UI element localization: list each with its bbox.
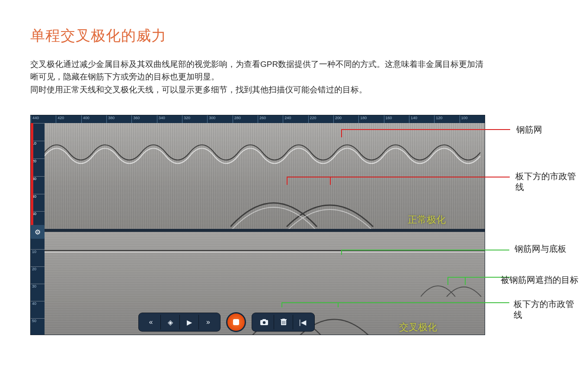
figure-area: 1020304050 1020304050 ⚙ <box>30 115 579 348</box>
skip-back-button[interactable]: |◀ <box>293 315 312 329</box>
center-button[interactable]: ◈ <box>160 315 179 329</box>
vertical-ruler-top: 1020304050 <box>31 123 45 229</box>
ruler-tick: 40 <box>31 301 45 318</box>
ruler-tick <box>233 115 258 123</box>
ruler-tick <box>283 115 308 123</box>
gpr-scan-figure: 1020304050 1020304050 ⚙ <box>30 115 485 335</box>
callout-rebar-and-slab: 钢筋网与底板 <box>514 244 566 254</box>
ruler-tick: 10 <box>31 249 45 266</box>
fastfwd-button[interactable]: » <box>198 315 217 329</box>
description-text: 交叉极化通过减少金属目标及其双曲线尾部的视觉影响，为查看GPR数据提供了一种不同… <box>30 58 489 96</box>
page-title: 单程交叉极化的威力 <box>30 26 571 46</box>
callout-rebar-mesh: 钢筋网 <box>516 124 542 135</box>
gear-button[interactable]: ⚙ <box>31 225 45 239</box>
callout-utility-below-slab-top: 板下方的市政管线 <box>515 171 579 193</box>
ruler-tick <box>409 115 434 123</box>
svg-rect-3 <box>262 319 266 320</box>
camera-button[interactable] <box>255 315 274 329</box>
trash-icon <box>281 319 287 326</box>
ruler-tick <box>460 115 485 123</box>
ruler-tick <box>333 115 358 123</box>
ruler-tick <box>182 115 207 123</box>
camera-icon <box>260 319 268 325</box>
playback-toolbar: « ◈ ▶ » |◀ <box>139 312 314 332</box>
gear-icon: ⚙ <box>35 228 41 236</box>
ruler-tick: 50 <box>31 318 45 335</box>
ruler-tick <box>258 115 283 123</box>
record-button[interactable] <box>226 312 246 332</box>
ruler-tick <box>308 115 333 123</box>
nav-group: « ◈ ▶ » <box>139 313 220 331</box>
callout-utility-below-slab-bot: 板下方的市政管线 <box>514 299 579 320</box>
normal-polarization-panel: 正常极化 <box>45 123 485 229</box>
callout-obscured-target: 被钢筋网遮挡的目标 <box>501 275 578 285</box>
ruler-tick <box>358 115 383 123</box>
normal-polarization-label: 正常极化 <box>408 213 446 226</box>
ruler-tick <box>56 115 81 123</box>
horizontal-ruler <box>31 115 485 123</box>
svg-point-4 <box>263 321 265 324</box>
ruler-tick <box>81 115 106 123</box>
action-group: |◀ <box>252 313 314 331</box>
ruler-tick <box>106 115 131 123</box>
ruler-tick <box>31 115 56 123</box>
ruler-tick <box>131 115 157 123</box>
trash-button[interactable] <box>274 315 293 329</box>
svg-rect-7 <box>282 319 285 320</box>
ruler-tick <box>157 115 182 123</box>
stop-icon <box>233 319 239 325</box>
play-button[interactable]: ▶ <box>179 315 198 329</box>
ruler-tick: 30 <box>31 284 45 301</box>
ruler-tick: 20 <box>31 266 45 284</box>
ruler-tick <box>207 115 232 123</box>
ruler-tick <box>384 115 409 123</box>
ruler-tick <box>434 115 459 123</box>
rewind-button[interactable]: « <box>141 315 160 329</box>
vertical-ruler-bottom: 1020304050 <box>31 232 45 335</box>
cross-polarization-label: 交叉极化 <box>399 321 437 334</box>
